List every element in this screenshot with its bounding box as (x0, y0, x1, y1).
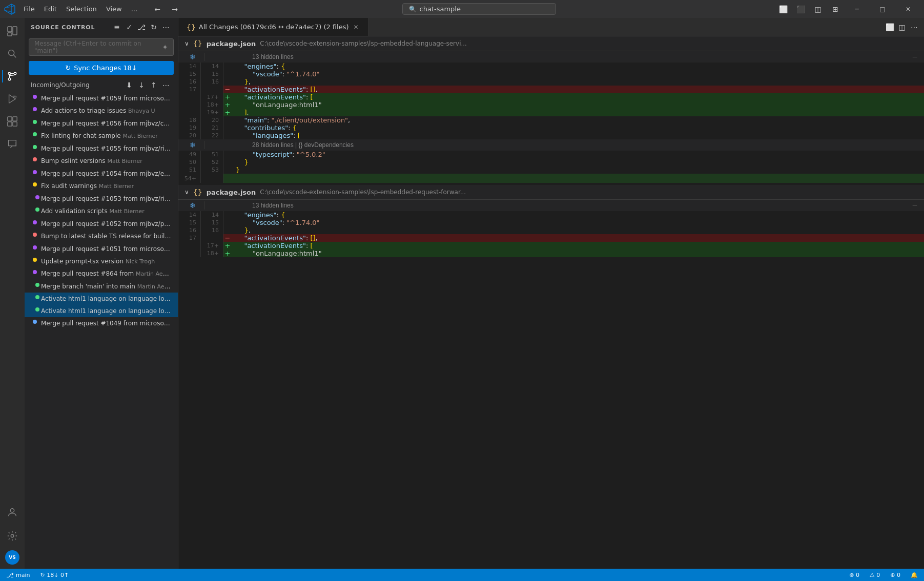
edit-menu[interactable]: Edit (40, 4, 61, 14)
commit-item[interactable]: Merge pull request #1049 from microsoft/… (25, 317, 178, 329)
panel-refresh-icon[interactable]: ↻ (148, 22, 159, 33)
commit-item[interactable]: Merge pull request #1051 from microsoft/… (25, 243, 178, 255)
line-sign (223, 132, 232, 139)
commit-list: Merge pull request #1059 from microsoft/… (25, 92, 178, 569)
commit-item[interactable]: Merge pull request #1053 from mjbvz/ridi… (25, 193, 178, 205)
layout-btn-1[interactable]: ⬜ (775, 3, 791, 16)
notifications-icon[interactable]: 🔔 (909, 569, 920, 581)
diff-line-row: 17− "activationEvents": [], (178, 86, 924, 93)
file-menu[interactable]: File (19, 4, 39, 14)
diff-tab[interactable]: {} All Changes (06179cd6 ↔ de7a4ec7) (2 … (178, 18, 369, 36)
activity-bar: VS (0, 18, 25, 569)
incoming-fetch-icon[interactable]: ⬇ (124, 79, 135, 91)
close-button[interactable]: ✕ (896, 0, 920, 18)
old-line-number: 17 (178, 86, 201, 93)
diff-line-row: 1820 "main": "./client/out/extension", (178, 116, 924, 124)
maximize-button[interactable]: □ (871, 0, 894, 18)
panel-check-icon[interactable]: ✓ (124, 22, 135, 33)
commit-item[interactable]: Merge pull request #1054 from mjbvz/enco… (25, 168, 178, 180)
commit-message-input[interactable]: Message (Ctrl+Enter to commit on "main")… (29, 38, 174, 56)
commit-item[interactable]: Merge pull request #1059 from microsoft/… (25, 92, 178, 105)
account-activity-icon[interactable] (2, 502, 23, 523)
diff-line-row: 17++ "activationEvents": [ (178, 93, 924, 101)
old-line-number: 19 (178, 124, 201, 132)
view-menu[interactable]: View (102, 4, 126, 14)
ports-status[interactable]: ⊕ 0 (888, 569, 902, 581)
commit-item[interactable]: Add validation scripts Matt Bierner (25, 205, 178, 218)
sync-changes-button[interactable]: ↻ Sync Changes 18↓ (29, 61, 174, 75)
layout-btn-2[interactable]: ⬛ (793, 3, 808, 16)
search-value: chat-sample (420, 5, 461, 13)
line-sign: − (223, 86, 232, 93)
chevron-down-icon: ∨ (184, 189, 189, 196)
new-line-number: 17+ (201, 93, 223, 101)
extensions-activity-icon[interactable] (2, 111, 23, 132)
search-activity-icon[interactable] (2, 44, 23, 64)
line-code: }, (232, 226, 924, 234)
chat-activity-icon[interactable] (2, 134, 23, 154)
incoming-pull-icon[interactable]: ↓ (136, 79, 147, 91)
diff-tab-actions: ⬜ ◫ ⋯ (884, 22, 924, 33)
snowflake-icon: ❄ (190, 201, 196, 210)
explorer-activity-icon[interactable] (2, 21, 23, 42)
minimize-button[interactable]: ─ (845, 0, 869, 18)
commit-item[interactable]: Merge pull request #1056 from mjbvz/comp… (25, 117, 178, 130)
old-line-number: 51 (178, 166, 201, 174)
line-sign: − (223, 234, 232, 242)
new-line-number: 22 (201, 132, 223, 139)
diff-file-header[interactable]: ∨ {} package.json C:\code\vscode-extensi… (178, 36, 924, 51)
incoming-more-icon[interactable]: ⋯ (160, 79, 172, 91)
new-line-number: 15 (201, 219, 223, 226)
commit-item[interactable]: Merge pull request #864 from Martin Aesc… (25, 267, 178, 280)
branch-status[interactable]: ⎇ main (4, 569, 32, 581)
user-avatar[interactable]: VS (5, 550, 19, 565)
sync-status[interactable]: ↻ 18↓ 0↑ (38, 569, 71, 581)
diff-layout-icon-1[interactable]: ⬜ (884, 22, 895, 33)
more-menu[interactable]: ... (127, 4, 141, 14)
panel-more-icon[interactable]: ⋯ (160, 22, 172, 33)
diff-file-header[interactable]: ∨ {} package.json C:\code\vscode-extensi… (178, 185, 924, 200)
selection-menu[interactable]: Selection (62, 4, 101, 14)
warnings-status[interactable]: ⚠ 0 (868, 569, 882, 581)
commit-item[interactable]: Merge pull request #1055 from mjbvz/risi… (25, 142, 178, 155)
settings-activity-icon[interactable] (2, 526, 23, 546)
diff-content[interactable]: ∨ {} package.json C:\code\vscode-extensi… (178, 36, 924, 569)
diff-tab-close-button[interactable]: ✕ (352, 23, 360, 31)
layout-btn-4[interactable]: ⊞ (828, 3, 843, 16)
commit-item[interactable]: Update prompt-tsx version Nick Trogh (25, 255, 178, 268)
commit-item[interactable]: Fix linting for chat sample Matt Bierner (25, 130, 178, 142)
nav-back-button[interactable]: ← (150, 3, 165, 16)
errors-status[interactable]: ⊗ 0 (847, 569, 861, 581)
source-control-activity-icon[interactable] (2, 66, 23, 87)
commit-item[interactable]: Add actions to triage issues Bhavya U (25, 105, 178, 117)
commit-item[interactable]: Activate html1 language on language load (25, 305, 178, 317)
old-line-number: 17 (178, 234, 201, 242)
incoming-push-icon[interactable]: ↑ (148, 79, 159, 91)
commit-item[interactable]: Activate html1 language on language load (25, 293, 178, 305)
old-line-number (178, 250, 201, 257)
commit-item[interactable]: Bump eslint versions Matt Bierner (25, 155, 178, 168)
diff-line-row: 54+ (178, 174, 924, 183)
global-search-bar[interactable]: 🔍 chat-sample (402, 3, 556, 15)
old-line-number: 16 (178, 78, 201, 86)
diff-more-icon[interactable]: ⋯ (909, 22, 920, 33)
commit-item[interactable]: Fix audit warnings Matt Bierner (25, 180, 178, 193)
new-line-number: 51 (201, 151, 223, 158)
incoming-outgoing-header: Incoming/Outgoing ⬇ ↓ ↑ ⋯ (25, 78, 178, 92)
new-line-number: 20 (201, 116, 223, 124)
line-sign: + (223, 93, 232, 101)
hidden-lines-row: ❄ 13 hidden lines ─ (178, 200, 924, 211)
line-code: ], (232, 109, 924, 116)
panel-branch-icon[interactable]: ⎇ (136, 22, 147, 33)
commit-item[interactable]: Merge branch 'main' into main Martin Aes… (25, 280, 178, 293)
layout-btn-3[interactable]: ◫ (810, 3, 826, 16)
titlebar: File Edit Selection View ... ← → 🔍 chat-… (0, 0, 924, 18)
nav-forward-button[interactable]: → (167, 3, 182, 16)
diff-layout-icon-2[interactable]: ◫ (896, 22, 908, 33)
run-activity-icon[interactable] (2, 89, 23, 109)
panel-menu-icon[interactable]: ≡ (111, 22, 122, 33)
diff-line-row: 1414 "engines": { (178, 211, 924, 219)
commit-item[interactable]: Bump to latest stable TS release for bui… (25, 230, 178, 243)
commit-item[interactable]: Merge pull request #1052 from mjbvz/prou… (25, 218, 178, 231)
line-code (232, 174, 924, 183)
